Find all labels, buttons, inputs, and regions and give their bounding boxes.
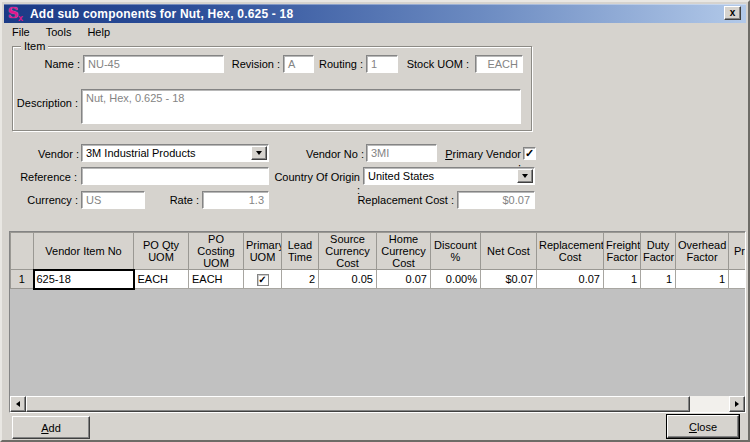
description-field: Nut, Hex, 0.625 - 18 [81, 89, 521, 124]
col-header-net-cost: Net Cost [481, 233, 537, 270]
scroll-left-button[interactable] [10, 396, 26, 412]
revision-field: A [283, 55, 314, 73]
horizontal-scrollbar[interactable] [10, 396, 745, 412]
col-header-lead-time: Lead Time [282, 233, 319, 270]
currency-field: US [81, 191, 145, 209]
freight-factor-cell[interactable]: 1 [604, 270, 641, 289]
primary-uom-cell[interactable]: ✓ [244, 270, 282, 289]
col-header-source-currency-cost: Source Currency Cost [319, 233, 377, 270]
table-row: 1 625-18 EACH EACH ✓ 2 0.05 0.07 0.00% $… [11, 270, 747, 289]
duty-factor-cell[interactable]: 1 [641, 270, 676, 289]
col-header-overhead-factor: Overhead Factor [676, 233, 729, 270]
replacement-cost-cell[interactable]: 0.07 [537, 270, 604, 289]
add-button[interactable]: Add [12, 416, 90, 439]
net-cost-cell[interactable]: $0.07 [481, 270, 537, 289]
replacement-cost-field: $0.07 [457, 191, 535, 209]
col-header-duty-factor: Duty Factor [641, 233, 676, 270]
col-header-po-qty-uom: PO Qty UOM [134, 233, 189, 270]
app-logo-icon: S x [8, 6, 25, 21]
reference-input[interactable] [81, 167, 269, 185]
description-label: Description : [16, 97, 78, 110]
name-field: NU-45 [83, 55, 224, 73]
routing-label: Routing : [316, 58, 363, 71]
primary-uom-checkbox[interactable]: ✓ [257, 274, 269, 286]
reference-label: Reference : [12, 171, 77, 184]
sub-components-grid: Vendor Item No PO Qty UOM PO Costing UOM… [9, 231, 746, 413]
col-header-vendor-item-no: Vendor Item No [34, 233, 134, 270]
rate-label: Rate : [166, 194, 199, 207]
grid-table: Vendor Item No PO Qty UOM PO Costing UOM… [10, 232, 746, 290]
country-dropdown-button[interactable] [517, 169, 533, 183]
vendor-label: Vendor : [22, 148, 79, 161]
country-combobox[interactable]: United States [363, 167, 535, 185]
stock-uom-label: Stock UOM : [402, 58, 469, 71]
home-currency-cost-cell[interactable]: 0.07 [377, 270, 431, 289]
col-header-clipped: Pr [729, 233, 747, 270]
vendor-item-no-cell[interactable]: 625-18 [34, 270, 134, 289]
window-title: Add sub components for Nut, Hex, 0.625 -… [30, 7, 293, 21]
col-header-primary-uom: Primary UOM [244, 233, 282, 270]
lead-time-cell[interactable]: 2 [282, 270, 319, 289]
clipped-cell[interactable] [729, 270, 747, 289]
replacement-cost-label: Replacement Cost : [347, 194, 454, 207]
po-qty-uom-cell[interactable]: EACH [134, 270, 189, 289]
col-header-discount-pct: Discount % [431, 233, 481, 270]
scroll-left-icon [16, 401, 20, 407]
row-number-cell: 1 [11, 270, 34, 289]
primary-vendor-checkbox[interactable]: ✓ [523, 147, 536, 160]
po-costing-uom-cell[interactable]: EACH [189, 270, 244, 289]
vendor-dropdown-button[interactable] [251, 146, 267, 160]
scroll-right-button[interactable] [729, 396, 745, 412]
menu-bar: File Tools Help [4, 23, 746, 42]
add-button-label: Add [41, 422, 61, 434]
close-button[interactable]: Close [667, 415, 739, 438]
stock-uom-field: EACH [475, 55, 523, 73]
title-bar: S x Add sub components for Nut, Hex, 0.6… [4, 4, 746, 23]
chevron-down-icon [522, 174, 528, 178]
scrollbar-thumb[interactable] [26, 396, 690, 412]
vendor-value: 3M Industrial Products [86, 147, 195, 159]
vendor-no-label: Vendor No : [297, 148, 364, 161]
col-header-replacement-cost: Replacement Cost [537, 233, 604, 270]
col-header-freight-factor: Freight Factor [604, 233, 641, 270]
discount-pct-cell[interactable]: 0.00% [431, 270, 481, 289]
dialog-window: S x Add sub components for Nut, Hex, 0.6… [0, 0, 750, 442]
close-button-label: Close [689, 421, 717, 433]
menu-help[interactable]: Help [79, 23, 118, 42]
source-currency-cost-cell[interactable]: 0.05 [319, 270, 377, 289]
scroll-right-icon [735, 401, 739, 407]
revision-label: Revision : [228, 58, 280, 71]
vendor-no-field: 3MI [366, 144, 437, 162]
country-value: United States [368, 170, 434, 182]
col-header-po-costing-uom: PO Costing UOM [189, 233, 244, 270]
vendor-combobox[interactable]: 3M Industrial Products [81, 144, 269, 162]
name-label: Name : [22, 58, 80, 71]
close-icon[interactable]: x [724, 6, 741, 20]
rate-field: 1.3 [202, 191, 269, 209]
routing-field: 1 [366, 55, 398, 73]
overhead-factor-cell[interactable]: 1 [676, 270, 729, 289]
col-header-home-currency-cost: Home Currency Cost [377, 233, 431, 270]
grid-header-row: Vendor Item No PO Qty UOM PO Costing UOM… [11, 233, 747, 270]
currency-label: Currency : [20, 194, 78, 207]
item-groupbox-legend: Item [21, 40, 48, 53]
chevron-down-icon [256, 151, 262, 155]
col-header-rownum [11, 233, 34, 270]
